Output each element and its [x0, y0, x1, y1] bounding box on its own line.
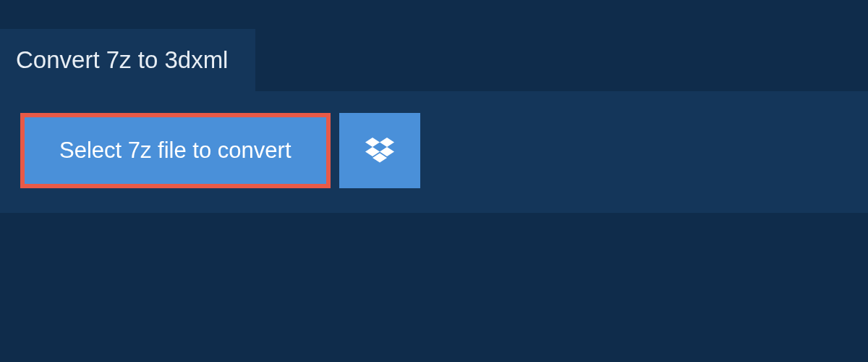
- file-select-section: Select 7z file to convert: [0, 91, 868, 213]
- page-title: Convert 7z to 3dxml: [16, 46, 228, 73]
- dropbox-icon: [365, 138, 394, 164]
- select-file-button[interactable]: Select 7z file to convert: [20, 113, 331, 188]
- select-file-button-label: Select 7z file to convert: [59, 138, 292, 164]
- page-title-tab: Convert 7z to 3dxml: [0, 29, 255, 91]
- dropbox-button[interactable]: [339, 113, 420, 188]
